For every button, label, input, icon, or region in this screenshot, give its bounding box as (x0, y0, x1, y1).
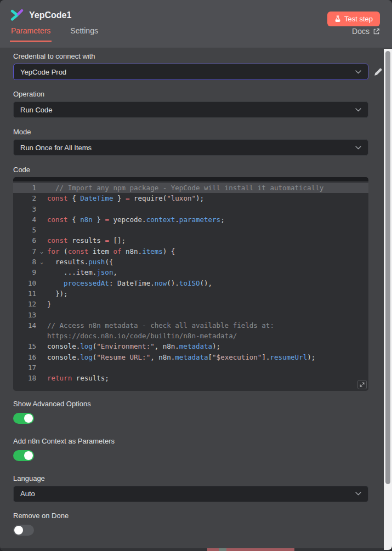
fold-gutter (36, 288, 47, 299)
code-text: processedAt: DateTime.now().toISO(), (47, 278, 368, 288)
fold-gutter (36, 373, 47, 383)
code-text: results.push({ (47, 257, 368, 267)
line-number: 13 (13, 310, 36, 320)
code-text (47, 362, 368, 373)
line-number: 1 (13, 183, 36, 193)
code-line[interactable]: 9 ...item.json, (13, 267, 368, 277)
line-number: 15 (13, 341, 36, 351)
code-text (47, 225, 368, 235)
code-text: const { n8n } = yepcode.context.paramete… (47, 214, 368, 225)
parameters-form: Credential to connect with YepCode Prod … (0, 48, 392, 548)
fold-gutter (36, 310, 47, 320)
line-number: 5 (13, 225, 36, 235)
code-line[interactable]: 2const { DateTime } = require("luxon"); (13, 193, 368, 203)
code-line[interactable]: 10 processedAt: DateTime.now().toISO(), (13, 278, 368, 288)
edit-credential-button[interactable] (373, 66, 384, 77)
code-line[interactable]: 5 (13, 225, 368, 235)
code-line[interactable]: 13 (13, 310, 368, 320)
code-line[interactable]: 15console.log("Environment:", n8n.metada… (13, 341, 368, 351)
code-line[interactable]: 4const { n8n } = yepcode.context.paramet… (13, 214, 368, 225)
code-text: ...item.json, (47, 267, 368, 277)
code-line[interactable]: 18return results; (13, 373, 368, 383)
code-line[interactable]: 16console.log("Resume URL:", n8n.metadat… (13, 352, 368, 362)
tab-parameters[interactable]: Parameters (10, 26, 52, 42)
fold-gutter (36, 204, 47, 214)
canvas-bottom-strip (0, 548, 392, 551)
line-number: 10 (13, 278, 36, 288)
code-line[interactable]: 14// Access n8n metadata - check all ava… (13, 320, 368, 331)
chevron-down-icon (355, 492, 361, 496)
fold-chevron-icon[interactable]: ⌄ (36, 257, 47, 267)
add-context-toggle[interactable] (13, 450, 34, 461)
toggle-knob (24, 414, 33, 423)
external-link-icon (373, 28, 380, 35)
scrollbar-track[interactable] (384, 49, 392, 550)
fold-gutter (36, 183, 47, 193)
operation-label: Operation (13, 90, 368, 99)
line-number: 17 (13, 362, 36, 373)
operation-value: Run Code (20, 106, 53, 114)
fold-gutter (36, 278, 47, 288)
docs-link[interactable]: Docs (352, 27, 380, 42)
line-number: 18 (13, 373, 36, 383)
line-number (13, 331, 36, 341)
node-settings-panel: YepCode1 Test step Parameters Settings D… (0, 0, 392, 551)
language-select[interactable]: Auto (13, 486, 368, 502)
code-line[interactable]: 11 }); (13, 288, 368, 299)
fold-gutter (36, 331, 47, 341)
code-text: // Access n8n metadata - check all avail… (47, 320, 368, 331)
code-text: https://docs.n8n.io/code/builtin/n8n-met… (47, 331, 368, 341)
remove-on-done-label: Remove on Done (13, 512, 368, 520)
fold-gutter (36, 193, 47, 203)
code-text: for (const item of n8n.items) { (47, 246, 368, 257)
code-line[interactable]: 8⌄ results.push({ (13, 257, 368, 267)
page-title: YepCode1 (29, 10, 71, 20)
code-text: const { DateTime } = require("luxon"); (47, 193, 368, 203)
language-value: Auto (20, 490, 35, 498)
code-text (47, 310, 368, 320)
code-text: return results; (47, 373, 368, 383)
toggle-knob (24, 451, 33, 460)
code-editor[interactable]: 1 // Import any npm package - YepCode wi… (13, 177, 368, 391)
credential-select[interactable]: YepCode Prod (13, 64, 368, 80)
credential-value: YepCode Prod (20, 68, 66, 76)
code-line[interactable]: 1 // Import any npm package - YepCode wi… (13, 183, 368, 193)
line-number: 7 (13, 246, 36, 257)
line-number: 12 (13, 299, 36, 309)
fold-chevron-icon[interactable]: ⌄ (36, 246, 47, 257)
docs-label: Docs (352, 27, 370, 36)
editor-resize-handle[interactable] (357, 380, 367, 389)
language-label: Language (13, 474, 368, 483)
line-number: 8 (13, 257, 36, 267)
fold-gutter (36, 352, 47, 362)
code-line[interactable]: https://docs.n8n.io/code/builtin/n8n-met… (13, 331, 368, 341)
code-line[interactable]: 7⌄for (const item of n8n.items) { (13, 246, 368, 257)
canvas-node-fragment-accent (219, 548, 226, 551)
line-number: 3 (13, 204, 36, 214)
yepcode-logo-icon (10, 8, 24, 22)
remove-on-done-toggle[interactable] (13, 525, 34, 536)
fold-gutter (36, 214, 47, 225)
code-line[interactable]: 17 (13, 362, 368, 373)
fold-gutter (36, 235, 47, 246)
code-lines: 1 // Import any npm package - YepCode wi… (13, 183, 368, 384)
mode-select[interactable]: Run Once for All Items (13, 139, 368, 156)
code-line[interactable]: 3 (13, 204, 368, 214)
test-step-button[interactable]: Test step (327, 12, 380, 26)
resize-icon (360, 382, 365, 387)
scrollbar-thumb[interactable] (385, 51, 390, 484)
panel-header: YepCode1 Test step Parameters Settings D… (0, 0, 392, 48)
code-text: const results = []; (47, 235, 368, 246)
line-number: 9 (13, 267, 36, 277)
fold-gutter (36, 267, 47, 277)
fold-gutter (36, 299, 47, 309)
operation-select[interactable]: Run Code (13, 101, 368, 118)
code-text (47, 204, 368, 214)
line-number: 14 (13, 320, 36, 331)
code-line[interactable]: 12} (13, 299, 368, 309)
mode-label: Mode (13, 128, 368, 137)
code-line[interactable]: 6const results = []; (13, 235, 368, 246)
show-advanced-toggle[interactable] (13, 413, 34, 424)
line-number: 11 (13, 288, 36, 299)
tab-settings[interactable]: Settings (69, 26, 99, 42)
